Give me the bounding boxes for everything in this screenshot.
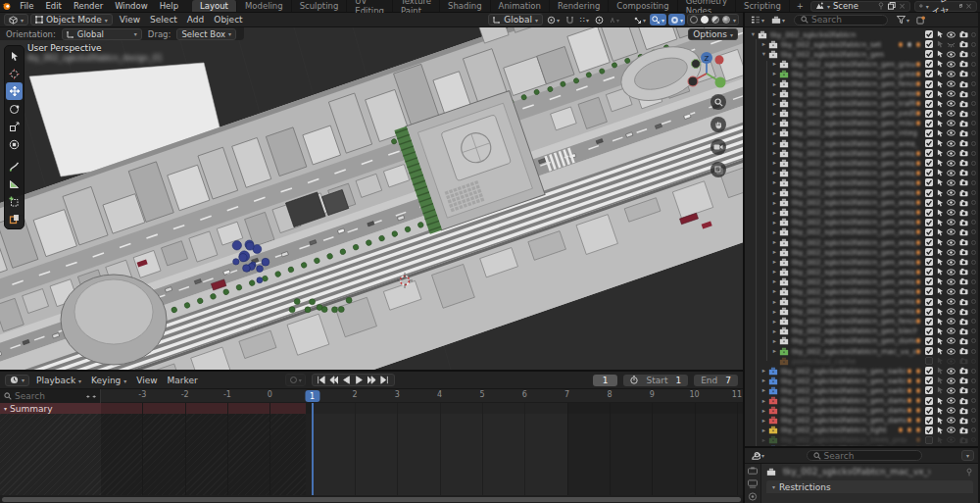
show-overlays-toggle[interactable]: ▾ <box>650 14 666 25</box>
proportional-editing-toggle[interactable] <box>593 14 606 25</box>
viewport-menu-add[interactable]: Add <box>182 15 209 25</box>
outliner-search[interactable]: Search <box>794 15 888 25</box>
shading-material-button[interactable] <box>711 16 719 24</box>
tab-texture-paint[interactable]: Texture Paint <box>393 0 440 12</box>
outliner-row[interactable]: ▸tky_002_sgkcks0fabtcn_mac_vx_wind <box>745 346 978 356</box>
new-scene-icon[interactable] <box>888 2 896 10</box>
current-frame-field[interactable]: 1 <box>593 375 618 386</box>
outliner-row[interactable]: ▸tky_002_sgkcks0fabtcn_gen_damage_02 <box>745 406 978 416</box>
outliner-filter-collection[interactable]: ▾ <box>769 14 787 25</box>
outliner-row[interactable]: ▸tky_002_sgkcks0fabtcn_gen_switch_03 <box>745 385 978 395</box>
pin-icon[interactable] <box>877 2 885 10</box>
shading-wireframe-button[interactable] <box>690 16 698 24</box>
tool-cursor[interactable] <box>6 65 23 82</box>
tab-scripting[interactable]: Scripting <box>736 0 790 12</box>
outliner-row[interactable]: ▸tky_002_sgkcks0fabtcn_gen_area_7 <box>745 218 978 227</box>
outliner-row[interactable]: ▸tky_002_sgkcks0fabtcn_gen_ground <box>745 59 978 69</box>
filter-toggle-icon[interactable] <box>86 393 96 400</box>
timeline-ruler[interactable]: Search -3-2-102345678910111 <box>0 389 743 403</box>
frame-start-field[interactable]: Start 1 <box>623 375 688 386</box>
editor-type-selector[interactable]: ▾ <box>4 14 28 25</box>
properties-editor-type[interactable]: ▾ <box>749 450 766 462</box>
outliner-row[interactable]: ▸tky_002_sgkcks0fabtcn_gen_damage_01 <box>745 395 978 405</box>
timeline-search[interactable]: Search <box>0 389 101 403</box>
show-gizmo-toggle[interactable]: ▾ <box>631 14 648 25</box>
outliner-row[interactable]: ▸tky_002_sgkcks0fabtcn_gen_area_8 <box>745 237 978 247</box>
tab-modeling[interactable]: Modeling <box>237 0 292 12</box>
pivot-point-selector[interactable]: ▾ <box>545 14 562 25</box>
timeline-keyframe-area[interactable]: ▾ Summary <box>0 403 743 495</box>
drag-mode-dropdown[interactable]: Select Box▾ <box>176 28 236 40</box>
outliner-row[interactable]: ▸tky_002_sgkcks0fabtcn_gen_green_jaxbi <box>745 69 978 78</box>
tab-animation[interactable]: Animation <box>491 0 550 12</box>
outliner-row[interactable]: ▸tky_002_sgkcks0fabtcn_gen_area_10 <box>745 257 978 267</box>
menu-edit[interactable]: Edit <box>39 0 67 12</box>
timeline-menu-keying[interactable]: Keying ▾ <box>86 376 131 385</box>
outliner-sync-icon[interactable] <box>914 14 927 25</box>
auto-keying-toggle[interactable]: ▾ <box>285 374 306 386</box>
prev-keyframe-button[interactable] <box>328 375 340 385</box>
menu-window[interactable]: Window <box>109 0 154 12</box>
playhead-line[interactable] <box>312 403 314 495</box>
properties-options-dropdown[interactable]: ▾ <box>961 450 974 461</box>
scrollbar-thumb[interactable] <box>2 497 741 502</box>
viewport-menu-view[interactable]: View <box>115 15 145 25</box>
jump-to-end-button[interactable] <box>379 375 391 385</box>
navigation-axis-gizmo[interactable]: Z <box>684 49 729 94</box>
outliner-row[interactable]: ▸tky_002_sgkcks0fabtcn_gen_area_3 <box>745 177 978 187</box>
outliner-row[interactable]: ▸tky_002_sgkcks0fabtcn_gen_area_2 <box>745 168 978 177</box>
pan-hand-button[interactable] <box>710 117 726 132</box>
tool-annotate[interactable] <box>6 157 23 175</box>
viewport-menu-object[interactable]: Object <box>209 15 247 25</box>
scene-selector[interactable]: ▾ Scene × <box>810 1 910 12</box>
viewport-menu-select[interactable]: Select <box>145 15 182 25</box>
tool-rotate[interactable] <box>6 100 23 118</box>
outliner-row[interactable]: ▸tky_002_sgkcks0fabtcn_set <box>745 39 978 49</box>
view-layer-selector[interactable]: ▾ ビューレイヤー × <box>914 1 977 12</box>
tab-tool-icon[interactable] <box>748 467 758 476</box>
tool-measure[interactable] <box>6 175 23 192</box>
outliner-row[interactable]: ▸tky_002_sgkcks0fabtcn_gen_switch_02 <box>745 376 978 385</box>
next-keyframe-button[interactable] <box>367 375 378 385</box>
tab-geometry-nodes[interactable]: Geometry Nodes <box>678 0 736 12</box>
new-view-layer-icon[interactable] <box>959 2 962 10</box>
tab-layout[interactable]: Layout <box>192 0 237 12</box>
outliner-row[interactable]: ▸tky_002_sgkcks0fabtcn_gen_domes <box>745 336 978 346</box>
outliner-row[interactable]: ▸tky_002_sgkcks0fabtcn_gen_switch_01 <box>745 366 978 376</box>
jump-to-start-button[interactable] <box>316 375 327 385</box>
menu-help[interactable]: Help <box>154 0 184 12</box>
snap-toggle[interactable] <box>564 14 576 25</box>
tab-output-icon[interactable] <box>748 492 758 501</box>
mode-selector[interactable]: Object Mode ▾ <box>30 14 113 25</box>
outliner-row[interactable]: ▸tky_002_sgkcks0fabtcn_gen_pedScooBand <box>745 109 978 119</box>
outliner-row[interactable]: ▸tky_002_sgkcks0fabtcn_gen_integralFrame <box>745 128 978 138</box>
blender-logo-icon[interactable] <box>0 0 14 12</box>
add-workspace-button[interactable]: + <box>790 0 810 12</box>
outliner-row[interactable]: ▸tky_002_sgkcks0fabtcn_gen_area_12 <box>745 277 978 286</box>
outliner-row[interactable]: ▸tky_002_sgkcks0fabtcn_gen_area_A-0.b0b2 <box>745 138 978 148</box>
tool-add-cube[interactable] <box>6 192 23 210</box>
tab-rendering[interactable]: Rendering <box>550 0 609 12</box>
tool-scale[interactable] <box>6 118 23 135</box>
tool-transform[interactable] <box>6 135 23 153</box>
snap-target-selector[interactable]: ∷▾ <box>578 14 591 25</box>
outliner-row[interactable]: ▸tky_002_sgkcks0fabtcn_gen_trafficLight <box>745 99 978 109</box>
transform-orientation-selector[interactable]: Global ▾ <box>488 14 543 25</box>
timeline-scrollbar[interactable] <box>0 495 743 503</box>
outliner-row[interactable]: ▸tky_002_sgkcks0fabtcn_gen_damage_03 <box>745 416 978 426</box>
outliner-row[interactable]: ▸tky_002_sgkcks0fabtcn_gen_fence <box>745 78 978 88</box>
outliner-row[interactable]: ▸tky_002_sgkcks0fabtcn_gen_area_5 <box>745 198 978 208</box>
outliner-row[interactable]: ▸tky_002_sgkcks0fabtcn_gen_misc <box>745 119 978 128</box>
options-dropdown[interactable]: Options▾ <box>688 28 738 40</box>
zoom-button[interactable] <box>710 94 726 110</box>
timeline-menu-playback[interactable]: Playback ▾ <box>31 376 86 385</box>
tab-sculpting[interactable]: Sculpting <box>292 0 348 12</box>
play-button[interactable] <box>354 375 366 385</box>
tool-add-primitive[interactable] <box>6 210 23 227</box>
timeline-menu-marker[interactable]: Marker <box>163 376 203 385</box>
outliner-row[interactable]: ▸tky_002_sgkcks0fabtcn_gen_area_30 <box>745 227 978 237</box>
shading-solid-button[interactable] <box>701 16 709 24</box>
xray-toggle[interactable]: ▾ <box>668 14 685 25</box>
frame-end-field[interactable]: End 7 <box>694 375 738 386</box>
outliner-row[interactable]: ▸tky_002_sgkcks0fabtcn_rails <box>745 445 978 446</box>
